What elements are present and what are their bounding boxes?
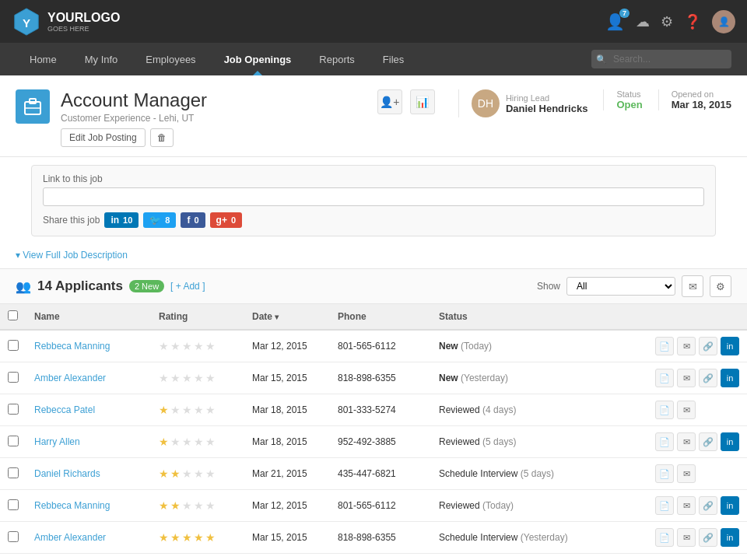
row-checkbox[interactable] (8, 372, 19, 383)
job-status: Status Open (603, 89, 642, 110)
job-subtitle: Customer Experience - Lehi, UT (61, 113, 207, 124)
email-filter-button[interactable]: ✉ (682, 275, 703, 297)
th-date[interactable]: Date (244, 304, 330, 330)
doc-action-icon[interactable]: 📄 (655, 464, 674, 483)
search-input[interactable] (591, 50, 731, 68)
row-checkbox[interactable] (8, 499, 19, 510)
th-checkbox (0, 304, 26, 330)
row-rating-cell: ★★★★★ (151, 394, 244, 426)
mail-action-icon[interactable]: ✉ (677, 464, 696, 483)
chart-button[interactable]: 📊 (410, 89, 435, 114)
row-actions: 📄✉🔗in (655, 337, 739, 355)
row-checkbox[interactable] (8, 467, 19, 478)
link-action-icon[interactable]: 🔗 (699, 337, 717, 355)
mail-action-icon[interactable]: ✉ (677, 369, 696, 387)
doc-action-icon[interactable]: 📄 (655, 337, 674, 355)
row-name-cell: Rebecca Patel (26, 394, 151, 426)
row-status-cell: Reviewed (5 days) (431, 426, 647, 458)
row-checkbox[interactable] (8, 531, 19, 542)
applicant-name-link[interactable]: Harry Allen (34, 436, 80, 447)
row-checkbox[interactable] (8, 340, 19, 351)
mail-action-icon[interactable]: ✉ (677, 337, 696, 355)
mail-action-icon[interactable]: ✉ (677, 432, 696, 451)
row-rating-cell: ★★★★★ (151, 522, 244, 554)
add-person-button[interactable]: 👤+ (377, 89, 402, 114)
row-phone-cell: 818-898-6355 (330, 522, 431, 554)
notification-badge: 7 (619, 9, 630, 18)
view-full-desc-link[interactable]: ▾ View Full Job Description (16, 250, 128, 261)
share-twitter-button[interactable]: 🐦8 (143, 212, 176, 228)
row-name-cell: Amber Alexander (26, 362, 151, 394)
row-checkbox[interactable] (8, 436, 19, 446)
link-action-icon[interactable]: 🔗 (699, 432, 717, 451)
row-status-cell: New (Yesterday) (431, 362, 647, 394)
doc-action-icon[interactable]: 📄 (655, 432, 674, 451)
applicant-name-link[interactable]: Rebbeca Manning (34, 341, 110, 352)
delete-job-button[interactable]: 🗑 (150, 128, 174, 147)
linkedin-action-icon[interactable]: in (721, 432, 739, 451)
cloud-icon[interactable]: ☁ (636, 12, 650, 30)
row-status-cell: Reviewed (4 days) (431, 394, 647, 426)
select-all-checkbox[interactable] (8, 310, 18, 320)
applicant-name-link[interactable]: Rebbeca Manning (34, 500, 110, 511)
job-opened: Opened on Mar 18, 2015 (658, 89, 731, 110)
link-action-icon[interactable]: 🔗 (699, 496, 717, 515)
new-applicants-badge: 2 New (129, 280, 164, 292)
applicant-name-link[interactable]: Rebecca Patel (34, 404, 95, 415)
applicant-name-link[interactable]: Amber Alexander (34, 532, 106, 543)
row-rating-cell: ★★★★★ (151, 426, 244, 458)
share-link-input[interactable] (43, 187, 704, 206)
help-icon[interactable]: ❓ (684, 12, 701, 30)
row-checkbox-cell (0, 554, 26, 561)
nav-files[interactable]: Files (369, 43, 418, 75)
th-name: Name (26, 304, 151, 330)
show-select[interactable]: All New Reviewed Schedule Interview (566, 277, 675, 296)
row-actions: 📄✉🔗in (655, 432, 739, 451)
edit-job-button[interactable]: Edit Job Posting (61, 128, 146, 147)
row-rating-cell: ★★★★★ (151, 458, 244, 490)
search-wrap (591, 50, 731, 68)
link-action-icon[interactable]: 🔗 (699, 528, 717, 547)
nav-myinfo[interactable]: My Info (71, 43, 132, 75)
linkedin-action-icon[interactable]: in (721, 337, 739, 355)
row-phone-cell: 952-492-3885 (330, 426, 431, 458)
row-date-cell: Mar 12, 2015 (244, 490, 330, 522)
row-checkbox-cell (0, 362, 26, 394)
applicant-name-link[interactable]: Amber Alexander (34, 373, 106, 383)
user-avatar[interactable]: 👤 (712, 10, 735, 33)
table-row: Rebecca Patel ★★★★★ Mar 18, 2015 801-333… (0, 394, 747, 426)
row-name-cell: Rebecca Patel (26, 554, 151, 561)
share-facebook-button[interactable]: f0 (181, 212, 205, 228)
row-checkbox[interactable] (8, 404, 19, 415)
doc-action-icon[interactable]: 📄 (655, 496, 674, 515)
share-gplus-button[interactable]: g+0 (210, 212, 242, 228)
doc-action-icon[interactable]: 📄 (655, 369, 674, 387)
logo-area: Y YOURLOGO GOES HERE (12, 7, 120, 37)
th-actions (647, 304, 747, 330)
row-rating-cell: ★★★★★ (151, 330, 244, 362)
svg-text:Y: Y (23, 16, 30, 29)
link-action-icon[interactable]: 🔗 (699, 369, 717, 387)
nav-home[interactable]: Home (16, 43, 71, 75)
applicant-name-link[interactable]: Daniel Richards (34, 468, 100, 479)
settings-icon[interactable]: ⚙ (661, 12, 673, 30)
nav-employees[interactable]: Employees (132, 43, 209, 75)
table-row: Amber Alexander ★★★★★ Mar 15, 2015 818-8… (0, 522, 747, 554)
nav-jobopenings[interactable]: Job Openings (210, 43, 306, 75)
nav-reports[interactable]: Reports (305, 43, 369, 75)
settings-filter-button[interactable]: ⚙ (710, 275, 731, 297)
doc-action-icon[interactable]: 📄 (655, 401, 674, 419)
mail-action-icon[interactable]: ✉ (677, 528, 696, 547)
top-bar: Y YOURLOGO GOES HERE 👤 7 ☁ ⚙ ❓ 👤 (0, 0, 747, 43)
doc-action-icon[interactable]: 📄 (655, 528, 674, 547)
linkedin-action-icon[interactable]: in (721, 528, 739, 547)
mail-action-icon[interactable]: ✉ (677, 401, 696, 419)
table-row: Rebbeca Manning ★★★★★ Mar 12, 2015 801-5… (0, 330, 747, 362)
notifications-icon[interactable]: 👤 7 (605, 12, 625, 31)
mail-action-icon[interactable]: ✉ (677, 496, 696, 515)
linkedin-action-icon[interactable]: in (721, 496, 739, 515)
add-applicant-link[interactable]: [ + Add ] (170, 281, 205, 292)
share-linkedin-button[interactable]: in10 (104, 212, 139, 228)
row-phone-cell: 801-565-6112 (330, 490, 431, 522)
linkedin-action-icon[interactable]: in (721, 369, 739, 387)
